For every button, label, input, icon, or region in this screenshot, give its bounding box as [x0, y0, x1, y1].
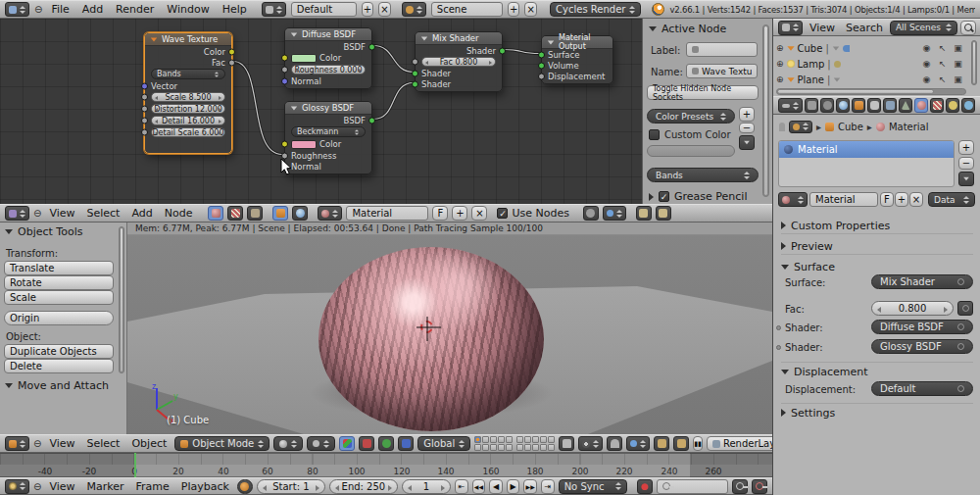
world-shader-slot-toggle[interactable]: [292, 206, 308, 221]
outliner-row-lamp[interactable]: ⊕ Lamp | ◉ ↖ ▣: [776, 56, 964, 72]
tab-world[interactable]: [836, 98, 850, 113]
node-glossy-bsdf[interactable]: Glossy BSDF BSDF Beckmann Color Roughnes…: [284, 101, 372, 174]
outliner-row-plane[interactable]: ⊕ Plane | ◉ ↖ ▣: [776, 72, 964, 87]
menu-select[interactable]: Select: [83, 437, 124, 450]
shader-nodes-toggle[interactable]: [208, 206, 223, 221]
tab-scene[interactable]: [820, 98, 834, 113]
node-header[interactable]: Mix Shader: [416, 32, 502, 45]
snap-element-dropdown[interactable]: [626, 436, 650, 451]
properties-editor-type-button[interactable]: [778, 98, 803, 113]
outliner-editor-type-button[interactable]: [778, 21, 803, 35]
tab-render[interactable]: [805, 98, 818, 113]
renderability-toggle[interactable]: ▣: [952, 74, 964, 84]
expand-icon[interactable]: ⊕: [776, 43, 784, 53]
glossy-distribution-dropdown[interactable]: Beckmann: [291, 126, 366, 137]
delete-button[interactable]: Delete: [4, 359, 114, 373]
add-material-button[interactable]: +: [452, 206, 467, 221]
node-name-input[interactable]: Wave Texture: [686, 64, 758, 78]
grease-pencil-panel-header[interactable]: ✓Grease Pencil: [649, 190, 747, 203]
scale-slider[interactable]: Scale 8.500: [151, 92, 225, 102]
detail-scale-input-socket[interactable]: [141, 129, 148, 136]
normal-input-socket[interactable]: [281, 77, 288, 84]
breadcrumb-scene-button[interactable]: [789, 121, 812, 133]
tab-data[interactable]: [899, 98, 912, 113]
next-keyframe-button[interactable]: ▶▶: [523, 479, 537, 494]
lock-to-scene-toggle[interactable]: [559, 436, 574, 451]
object-name[interactable]: Cube: [798, 43, 823, 54]
viewport-editor-type-button[interactable]: [5, 436, 29, 451]
node-header[interactable]: Glossy BSDF: [285, 102, 371, 115]
menu-add[interactable]: Add: [78, 3, 107, 16]
roughness-slider[interactable]: Roughness 0.000: [291, 65, 366, 74]
pause-render-button[interactable]: ▮▮: [693, 436, 703, 451]
node-editor-type-button[interactable]: [5, 206, 29, 221]
distortion-input-socket[interactable]: [141, 106, 148, 113]
play-button[interactable]: ▶: [507, 479, 520, 494]
duplicate-objects-button[interactable]: Duplicate Objects: [4, 344, 114, 359]
layers-grid-right[interactable]: [516, 436, 555, 451]
node-header[interactable]: Wave Texture: [145, 33, 231, 46]
proportional-edit-dropdown[interactable]: [578, 436, 603, 451]
previous-keyframe-button[interactable]: ◀◀: [472, 479, 486, 494]
detail-slider[interactable]: Detail 16.000: [151, 116, 225, 125]
delete-keyframe-button[interactable]: [752, 479, 767, 494]
play-reverse-button[interactable]: ◀: [489, 479, 503, 494]
tab-physics[interactable]: [961, 98, 975, 113]
visibility-toggle[interactable]: ◉: [920, 43, 933, 53]
node-collapse-icon[interactable]: [291, 32, 297, 36]
remove-material-slot-button[interactable]: −: [958, 157, 974, 170]
fac-input-socket[interactable]: [412, 59, 418, 66]
detail-input-socket[interactable]: [141, 118, 148, 124]
tab-particles[interactable]: [946, 98, 959, 113]
menu-frame[interactable]: Frame: [132, 480, 173, 493]
color-presets-dropdown[interactable]: Color Presets: [647, 109, 735, 124]
paste-nodes-button[interactable]: [656, 206, 671, 221]
material-browse-button[interactable]: [318, 206, 342, 221]
node-collapse-icon[interactable]: [151, 37, 157, 41]
roughness-input-socket[interactable]: [281, 67, 288, 74]
menu-view[interactable]: View: [45, 437, 78, 450]
node-collapse-icon[interactable]: [548, 40, 554, 44]
fake-user-button[interactable]: F: [432, 206, 448, 221]
material-slot-list[interactable]: Material: [778, 140, 955, 187]
collapse-menus-icon[interactable]: ⊖: [33, 481, 41, 492]
menu-window[interactable]: Window: [163, 3, 213, 16]
remove-preset-button[interactable]: −: [739, 123, 755, 133]
menu-render[interactable]: Render: [112, 3, 158, 16]
delete-screen-layout-button[interactable]: ×: [378, 2, 391, 17]
auto-keyframe-toggle[interactable]: ●: [637, 479, 653, 494]
layers-grid-left[interactable]: [474, 436, 513, 451]
renderability-toggle[interactable]: ▣: [952, 43, 964, 53]
expand-icon[interactable]: ⊕: [776, 59, 784, 69]
color-input-socket[interactable]: [281, 141, 288, 148]
display-filter-dropdown[interactable]: All Scenes: [890, 21, 957, 35]
node-collapse-icon[interactable]: [421, 36, 427, 40]
renderability-toggle[interactable]: ▣: [952, 59, 964, 69]
frame-start-field[interactable]: Start: 1: [257, 479, 325, 494]
selectability-toggle[interactable]: ↖: [936, 43, 949, 53]
node-wave-texture[interactable]: Wave Texture Color Fac Bands Vector Scal…: [144, 32, 232, 154]
mode-dropdown[interactable]: Object Mode: [174, 436, 270, 451]
shader1-dropdown[interactable]: Diffuse BSDF: [871, 320, 973, 334]
fac-slider[interactable]: Fac 0.800: [421, 57, 496, 67]
active-node-panel-header[interactable]: Active Node: [649, 23, 726, 35]
material-name-field[interactable]: Material: [346, 206, 428, 221]
shader1-input-socket[interactable]: [412, 70, 418, 76]
screen-layout-icon[interactable]: [262, 2, 286, 17]
frame-end-field[interactable]: End: 250: [329, 479, 398, 494]
rotate-manipulator-toggle[interactable]: [378, 436, 394, 451]
menu-search[interactable]: Search: [842, 22, 887, 34]
fake-user-button[interactable]: F: [880, 192, 894, 207]
selectability-toggle[interactable]: ↖: [936, 74, 949, 84]
add-material-button[interactable]: +: [895, 192, 908, 207]
texture-nodes-toggle[interactable]: [227, 206, 243, 221]
rotate-button[interactable]: Rotate: [4, 275, 114, 290]
glossy-color-swatch[interactable]: [291, 140, 317, 149]
jump-to-end-button[interactable]: ⇥: [541, 479, 555, 494]
tab-texture[interactable]: [930, 98, 944, 113]
timeline-editor-type-button[interactable]: [5, 479, 29, 494]
surface-shader-dropdown[interactable]: Mix Shader: [871, 274, 973, 289]
jump-to-start-button[interactable]: ⇤: [455, 479, 468, 494]
custom-properties-panel-header[interactable]: Custom Properties: [781, 218, 973, 234]
displacement-dropdown[interactable]: Default: [871, 381, 973, 396]
